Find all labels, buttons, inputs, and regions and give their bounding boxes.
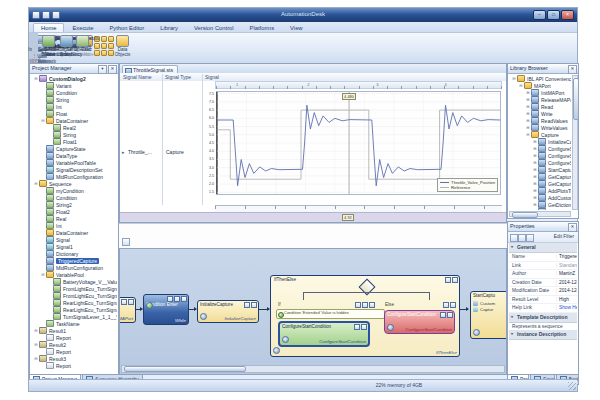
- library-vscrollbar[interactable]: [572, 75, 578, 210]
- pin-icon[interactable]: ▾: [98, 65, 107, 74]
- data-object-icon[interactable]: [108, 43, 114, 49]
- resize-grip-icon[interactable]: [568, 382, 576, 390]
- tab-python-editor[interactable]: Python Editor: [101, 23, 152, 32]
- block-ifthenelse[interactable]: IfThenElse If Condition 'Extended' Value…: [270, 275, 460, 357]
- data-object-icon[interactable]: [101, 36, 107, 42]
- project-item-condition[interactable]: Condition: [31, 194, 117, 201]
- project-item-condition[interactable]: Condition: [31, 89, 117, 96]
- flowchart-hscrollbar[interactable]: [121, 365, 505, 373]
- project-item-report[interactable]: Report: [31, 348, 117, 355]
- property-row-name[interactable]: NameTriggeredCapture: [509, 253, 577, 262]
- cursor-value-bottom[interactable]: 4.92: [342, 214, 354, 221]
- property-category-template-description[interactable]: Template Description: [509, 313, 577, 323]
- data-object-icon[interactable]: [94, 50, 100, 56]
- property-category-general[interactable]: General: [509, 243, 577, 253]
- project-item-rearlightecu-turnsignalright[interactable]: RearLightEcu_TurnSignalRight: [31, 306, 117, 313]
- scrollbar-thumb[interactable]: [124, 366, 246, 372]
- library-item-getcapturestate[interactable]: ⊞GetCaptureState: [509, 173, 571, 180]
- project-item-midrunconfiguration[interactable]: MidRunConfiguration: [31, 264, 117, 271]
- close-icon[interactable]: ✕: [568, 65, 577, 74]
- project-item-frontlightecu-turnsignalright[interactable]: FrontLightEcu_TurnSignalRight: [31, 292, 117, 299]
- library-item-read[interactable]: ⊞Read: [509, 103, 571, 110]
- project-item-frontlightecu-turnsignalleft[interactable]: FrontLightEcu_TurnSignalLeft: [31, 285, 117, 292]
- data-object-icon[interactable]: [101, 43, 107, 49]
- library-hscrollbar[interactable]: [509, 211, 571, 217]
- signal-editor-button[interactable]: Signal Editor: [60, 34, 73, 58]
- property-row-modification-date[interactable]: Modification Date2014-12-15 11:52: [509, 287, 577, 296]
- property-row-link[interactable]: LinkStandard Sequence: [509, 262, 577, 271]
- tab-version-control[interactable]: Version Control: [186, 23, 242, 32]
- tab-platforms[interactable]: Platforms: [242, 23, 282, 32]
- filter-icon[interactable]: [526, 234, 534, 242]
- sequence-flowchart-canvas[interactable]: APort InitMAPort Condition Enter While I…: [119, 248, 507, 375]
- project-item-taskname[interactable]: TaskName: [31, 320, 117, 327]
- project-item-float1[interactable]: Float1: [31, 138, 117, 145]
- block-initmaport[interactable]: APort InitMAPort: [119, 297, 136, 323]
- library-item-configurestopcondition[interactable]: ⊞ConfigureStopCondition: [509, 152, 571, 159]
- project-item-string[interactable]: String: [31, 131, 117, 138]
- project-item-turnsignallever-1-1-value[interactable]: TurnSignalLever_1_1__Value: [31, 313, 117, 320]
- column-signal-name[interactable]: Signal Name: [123, 74, 152, 80]
- close-button[interactable]: ×: [561, 10, 574, 20]
- property-row-help-link[interactable]: Help LinkShow HelpDesk: [509, 304, 577, 313]
- scrollbar-thumb[interactable]: [512, 212, 538, 218]
- library-item-startcapture[interactable]: ⊞StartCapture: [509, 166, 571, 173]
- project-item-variant[interactable]: Variant: [31, 82, 117, 89]
- data-object-icon[interactable]: [108, 36, 114, 42]
- close-icon[interactable]: ✕: [568, 223, 577, 232]
- project-item-signal1[interactable]: Signal1: [31, 243, 117, 250]
- library-item-releasemaport[interactable]: ⊞ReleaseMAPort: [509, 96, 571, 103]
- minimize-button[interactable]: –: [533, 10, 546, 20]
- library-item-readvalues[interactable]: ⊞ReadValues: [509, 117, 571, 124]
- library-item-write[interactable]: ⊞Write: [509, 110, 571, 117]
- alphabetical-icon[interactable]: [518, 234, 526, 242]
- property-category-instance-description[interactable]: Instance Description: [509, 330, 577, 340]
- library-item-configurestartcondition[interactable]: ⊞ConfigureStartCondition: [509, 145, 571, 152]
- library-item-configurestopduration[interactable]: ⊞ConfigureStopDuration: [509, 159, 571, 166]
- project-item-int[interactable]: Int: [31, 222, 117, 229]
- project-item-result1[interactable]: ⊟Result1: [31, 327, 117, 334]
- block-startcapture[interactable]: StartCaptu Custom Captur: [470, 291, 507, 339]
- project-item-real[interactable]: Real: [31, 215, 117, 222]
- library-item-maport[interactable]: ⊟MAPort: [509, 82, 571, 89]
- project-item-variablepool[interactable]: ⊟VariablePool: [31, 271, 117, 278]
- tab-home[interactable]: Home: [33, 23, 64, 32]
- block-configurestartcondition-if[interactable]: ConfigureStartCondition ConfigureStartCo…: [278, 321, 370, 347]
- column-signal-type[interactable]: Signal Type: [165, 74, 191, 80]
- library-item-capture[interactable]: ⊟Capture: [509, 131, 571, 138]
- project-item-mycondition[interactable]: myCondition: [31, 187, 117, 194]
- project-item-int[interactable]: Int: [31, 103, 117, 110]
- project-item-string2[interactable]: String2: [31, 201, 117, 208]
- tab-library[interactable]: Library: [152, 23, 186, 32]
- maximize-button[interactable]: □: [547, 10, 560, 20]
- block-configurestartcondition-else[interactable]: ConfigureStartCondition ConfigureStartCo…: [384, 310, 455, 334]
- project-item-datacontainer[interactable]: ⊟DataContainer: [31, 117, 117, 124]
- project-item-result3[interactable]: ⊟Result3: [31, 355, 117, 362]
- project-item-midrunconfiguration[interactable]: MidRunConfiguration: [31, 173, 117, 180]
- signal-row[interactable]: ▸ Throttle_... Capture: [122, 149, 152, 155]
- project-item-string[interactable]: String: [31, 96, 117, 103]
- filter-icon[interactable]: [122, 238, 130, 246]
- project-item-result2[interactable]: ⊟Result2: [31, 341, 117, 348]
- project-item-float[interactable]: Float: [31, 110, 117, 117]
- if-condition-bar[interactable]: Condition 'Extended' Value is hidden: [276, 309, 385, 319]
- project-item-batteryvoltage-v-value[interactable]: BatteryVoltage_V__Value: [31, 278, 117, 285]
- project-item-signaldescriptionset[interactable]: SignalDescriptionSet: [31, 166, 117, 173]
- project-item-datatype[interactable]: DataType: [31, 152, 117, 159]
- library-item-addplotstoreport[interactable]: ⊞AddPlotsToReport: [509, 187, 571, 194]
- project-item-report[interactable]: Report: [31, 362, 117, 369]
- project-item-triggeredcapture[interactable]: TriggeredCapture: [31, 257, 117, 264]
- edit-filter-button[interactable]: Edit Filter: [554, 234, 574, 239]
- column-signal[interactable]: Signal: [205, 74, 219, 80]
- data-object-icon[interactable]: [108, 50, 114, 56]
- library-item-ibl-api-convenience[interactable]: ⊟IBL API Convenience: [509, 75, 571, 82]
- scrollbar-thumb[interactable]: [573, 78, 579, 120]
- block-while[interactable]: Condition Enter While: [143, 294, 189, 325]
- project-item-variablepooltable[interactable]: VariablePoolTable: [31, 159, 117, 166]
- tab-view[interactable]: View: [282, 23, 310, 32]
- project-item-dictionary[interactable]: Dictionary: [31, 250, 117, 257]
- project-item-signal[interactable]: Signal: [31, 236, 117, 243]
- tab-execute[interactable]: Execute: [64, 23, 101, 32]
- library-item-releasecapture[interactable]: ⊞ReleaseCapture: [509, 208, 571, 210]
- project-item-datacontainer[interactable]: DataContainer: [31, 229, 117, 236]
